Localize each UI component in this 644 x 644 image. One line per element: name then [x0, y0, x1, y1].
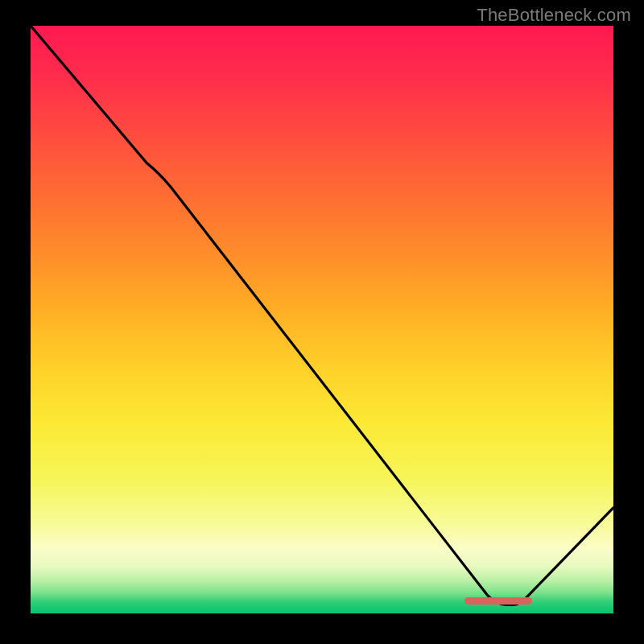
plot-inner: [31, 26, 613, 613]
plot-area: [8, 26, 636, 636]
optimal-range-marker: [464, 597, 531, 605]
watermark-text: TheBottleneck.com: [477, 5, 631, 26]
curve-layer: [31, 26, 613, 613]
bottleneck-curve: [31, 26, 613, 605]
